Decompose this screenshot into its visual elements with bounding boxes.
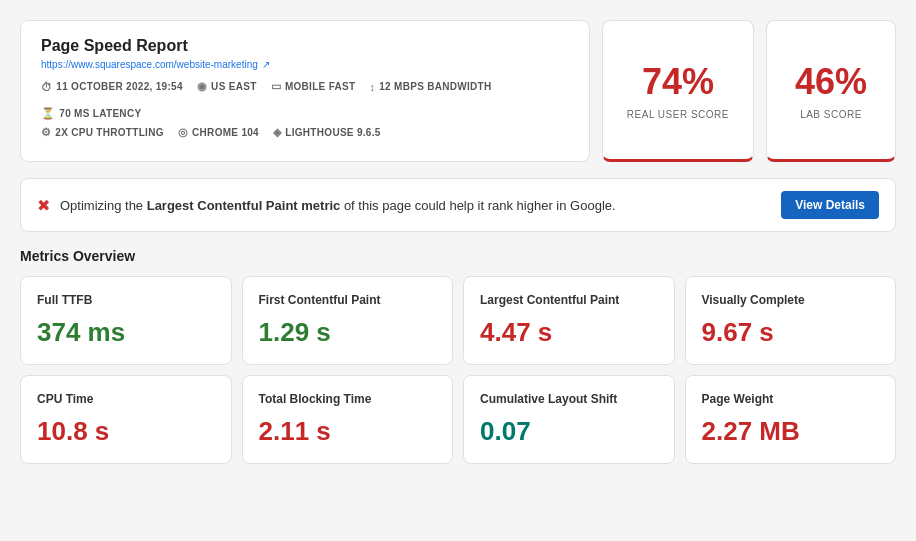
- meta-cpu-text: 2X CPU THROTTLING: [55, 127, 163, 138]
- metric-card-3: Visually Complete9.67 s: [685, 276, 897, 365]
- meta-lighthouse-text: LIGHTHOUSE 9.6.5: [285, 127, 380, 138]
- lab-score-value: 46%: [795, 61, 867, 103]
- alert-content: ✖ Optimizing the Largest Contentful Pain…: [37, 196, 616, 215]
- metric-name-1: First Contentful Paint: [259, 293, 437, 307]
- meta-date: ⏱ 11 OCTOBER 2022, 19:54: [41, 80, 183, 93]
- metric-name-4: CPU Time: [37, 392, 215, 406]
- meta-region: ◉ US EAST: [197, 80, 257, 93]
- metrics-section: Metrics Overview Full TTFB374 msFirst Co…: [20, 248, 896, 464]
- view-details-button[interactable]: View Details: [781, 191, 879, 219]
- real-user-score-card: 74% REAL USER SCORE: [602, 20, 754, 162]
- alert-text: Optimizing the Largest Contentful Paint …: [60, 198, 616, 213]
- metric-card-5: Total Blocking Time2.11 s: [242, 375, 454, 464]
- meta-bandwidth-text: 12 MBPS BANDWIDTH: [379, 81, 491, 92]
- meta-latency: ⏳ 70 MS LATENCY: [41, 107, 141, 120]
- metric-card-7: Page Weight2.27 MB: [685, 375, 897, 464]
- meta-chrome: ◎ CHROME 104: [178, 126, 259, 139]
- report-card: Page Speed Report https://www.squarespac…: [20, 20, 590, 162]
- metric-name-6: Cumulative Layout Shift: [480, 392, 658, 406]
- lighthouse-icon: ◈: [273, 126, 281, 139]
- meta-bandwidth: ↕ 12 MBPS BANDWIDTH: [369, 80, 491, 93]
- mobile-icon: ▭: [271, 80, 281, 93]
- alert-text-after: of this page could help it rank higher i…: [340, 198, 615, 213]
- alert-highlight: Largest Contentful Paint metric: [147, 198, 341, 213]
- bandwidth-icon: ↕: [369, 81, 375, 93]
- metric-card-1: First Contentful Paint1.29 s: [242, 276, 454, 365]
- metric-value-7: 2.27 MB: [702, 416, 880, 447]
- metric-card-0: Full TTFB374 ms: [20, 276, 232, 365]
- meta-row-2: ⚙ 2X CPU THROTTLING ◎ CHROME 104 ◈ LIGHT…: [41, 126, 569, 139]
- meta-lighthouse: ◈ LIGHTHOUSE 9.6.5: [273, 126, 381, 139]
- globe-icon: ◉: [197, 80, 207, 93]
- report-title: Page Speed Report: [41, 37, 569, 55]
- alert-text-before: Optimizing the: [60, 198, 147, 213]
- metric-card-2: Largest Contentful Paint4.47 s: [463, 276, 675, 365]
- chrome-icon: ◎: [178, 126, 188, 139]
- latency-icon: ⏳: [41, 107, 55, 120]
- report-url[interactable]: https://www.squarespace.com/website-mark…: [41, 59, 569, 70]
- meta-row-1: ⏱ 11 OCTOBER 2022, 19:54 ◉ US EAST ▭ MOB…: [41, 80, 569, 120]
- alert-bar: ✖ Optimizing the Largest Contentful Pain…: [20, 178, 896, 232]
- external-link-icon: ↗: [262, 59, 270, 70]
- metric-name-7: Page Weight: [702, 392, 880, 406]
- metric-value-2: 4.47 s: [480, 317, 658, 348]
- metric-value-6: 0.07: [480, 416, 658, 447]
- top-section: Page Speed Report https://www.squarespac…: [20, 20, 896, 162]
- alert-error-icon: ✖: [37, 196, 50, 215]
- metric-card-4: CPU Time10.8 s: [20, 375, 232, 464]
- real-user-score-value: 74%: [642, 61, 714, 103]
- meta-date-text: 11 OCTOBER 2022, 19:54: [56, 81, 182, 92]
- metric-value-0: 374 ms: [37, 317, 215, 348]
- metric-value-1: 1.29 s: [259, 317, 437, 348]
- metric-name-5: Total Blocking Time: [259, 392, 437, 406]
- url-text: https://www.squarespace.com/website-mark…: [41, 59, 258, 70]
- metric-value-3: 9.67 s: [702, 317, 880, 348]
- metric-name-2: Largest Contentful Paint: [480, 293, 658, 307]
- meta-cpu: ⚙ 2X CPU THROTTLING: [41, 126, 164, 139]
- meta-latency-text: 70 MS LATENCY: [59, 108, 141, 119]
- lab-score-card: 46% LAB SCORE: [766, 20, 896, 162]
- meta-region-text: US EAST: [211, 81, 256, 92]
- real-user-score-label: REAL USER SCORE: [627, 109, 729, 120]
- meta-chrome-text: CHROME 104: [192, 127, 259, 138]
- metric-name-0: Full TTFB: [37, 293, 215, 307]
- metric-value-5: 2.11 s: [259, 416, 437, 447]
- meta-mobile-text: MOBILE FAST: [285, 81, 356, 92]
- metric-name-3: Visually Complete: [702, 293, 880, 307]
- lab-score-label: LAB SCORE: [800, 109, 862, 120]
- clock-icon: ⏱: [41, 81, 52, 93]
- cpu-icon: ⚙: [41, 126, 51, 139]
- metrics-grid: Full TTFB374 msFirst Contentful Paint1.2…: [20, 276, 896, 464]
- metric-card-6: Cumulative Layout Shift0.07: [463, 375, 675, 464]
- metric-value-4: 10.8 s: [37, 416, 215, 447]
- metrics-title: Metrics Overview: [20, 248, 896, 264]
- meta-mobile: ▭ MOBILE FAST: [271, 80, 356, 93]
